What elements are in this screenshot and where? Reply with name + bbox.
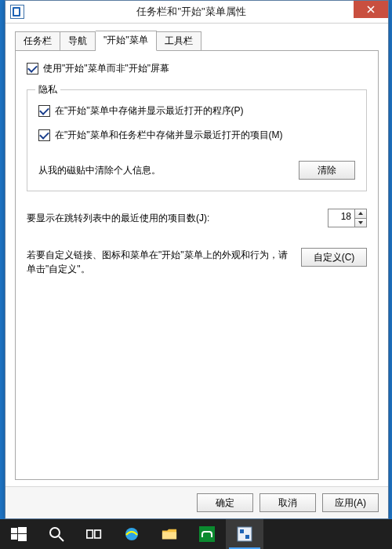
client-area: 任务栏 导航 "开始"菜单 工具栏 使用"开始"菜单而非"开始"屏幕 隐私 在"…: [5, 24, 388, 486]
customize-button[interactable]: 自定义(C): [301, 248, 367, 267]
cancel-button[interactable]: 取消: [260, 493, 316, 512]
search-icon: [49, 526, 64, 542]
svg-rect-10: [238, 527, 252, 541]
svg-rect-0: [11, 528, 17, 533]
spinner-down[interactable]: [355, 218, 366, 227]
chevron-up-icon: [358, 212, 363, 215]
svg-rect-1: [18, 527, 27, 533]
jumplist-value[interactable]: 18: [328, 209, 354, 227]
start-button[interactable]: [0, 519, 38, 549]
privacy-legend: 隐私: [35, 83, 60, 96]
use-start-menu-row: 使用"开始"菜单而非"开始"屏幕: [27, 62, 367, 75]
clear-button[interactable]: 清除: [299, 161, 355, 180]
chevron-down-icon: [358, 221, 363, 224]
spinner-arrows: [354, 209, 366, 227]
task-view-icon: [86, 526, 102, 542]
svg-line-5: [59, 536, 64, 541]
customize-desc: 若要自定义链接、图标和菜单在"开始"菜单上的外观和行为，请单击"自定义"。: [27, 248, 292, 276]
store-items-label: 在"开始"菜单和任务栏中存储并显示最近打开的项目(M): [55, 129, 283, 142]
svg-rect-3: [18, 534, 27, 541]
folder-icon: [162, 526, 177, 542]
search-button[interactable]: [38, 519, 75, 549]
window-title: 任务栏和"开始"菜单属性: [29, 5, 354, 19]
use-start-menu-checkbox[interactable]: [27, 63, 38, 75]
svg-rect-9: [162, 532, 176, 539]
task-view-button[interactable]: [75, 519, 113, 549]
use-start-menu-label: 使用"开始"菜单而非"开始"屏幕: [43, 62, 169, 75]
ok-button[interactable]: 确定: [197, 493, 253, 512]
jumplist-row: 要显示在跳转列表中的最近使用的项目数(J): 18: [27, 209, 367, 227]
jumplist-label: 要显示在跳转列表中的最近使用的项目数(J):: [27, 212, 209, 225]
spinner-up[interactable]: [355, 209, 366, 218]
tab-toolbars[interactable]: 工具栏: [157, 31, 201, 51]
jumplist-spinner[interactable]: 18: [328, 209, 367, 227]
system-icon: [10, 5, 24, 19]
taskbar-properties-icon: [237, 526, 252, 542]
windows-logo-icon: [11, 526, 27, 542]
svg-rect-7: [95, 530, 100, 538]
store-programs-row: 在"开始"菜单中存储并显示最近打开的程序(P): [38, 104, 355, 118]
store-button[interactable]: [188, 519, 226, 549]
system-taskbar: [0, 519, 392, 549]
dialog-buttons: 确定 取消 应用(A): [5, 486, 388, 518]
store-items-row: 在"开始"菜单和任务栏中存储并显示最近打开的项目(M): [38, 129, 355, 142]
tab-start-menu[interactable]: "开始"菜单: [96, 31, 157, 51]
svg-rect-6: [87, 530, 93, 538]
customize-row: 若要自定义链接、图标和菜单在"开始"菜单上的外观和行为，请单击"自定义"。 自定…: [27, 248, 367, 276]
clear-row: 从我的磁贴中清除个人信息。 清除: [38, 161, 355, 180]
clear-desc: 从我的磁贴中清除个人信息。: [38, 164, 161, 177]
tabstrip: 任务栏 导航 "开始"菜单 工具栏: [15, 31, 379, 50]
tabpage-start-menu: 使用"开始"菜单而非"开始"屏幕 隐私 在"开始"菜单中存储并显示最近打开的程序…: [15, 50, 379, 480]
taskbar-properties-dialog: 任务栏和"开始"菜单属性 任务栏 导航 "开始"菜单 工具栏 使用"开始"菜单而…: [5, 0, 389, 519]
apply-button[interactable]: 应用(A): [322, 493, 379, 512]
privacy-group: 隐私 在"开始"菜单中存储并显示最近打开的程序(P) 在"开始"菜单和任务栏中存…: [27, 89, 367, 191]
taskbar-properties-button[interactable]: [226, 519, 263, 549]
svg-rect-2: [11, 534, 17, 540]
close-icon: [367, 5, 375, 13]
svg-rect-12: [245, 535, 249, 539]
store-icon: [199, 526, 215, 542]
internet-explorer-icon: [124, 526, 140, 542]
svg-rect-11: [240, 529, 244, 533]
titlebar: 任务栏和"开始"菜单属性: [5, 1, 388, 24]
store-items-checkbox[interactable]: [38, 129, 50, 141]
ie-button[interactable]: [113, 519, 151, 549]
close-button[interactable]: [354, 1, 388, 18]
tab-taskbar[interactable]: 任务栏: [15, 31, 60, 51]
explorer-button[interactable]: [151, 519, 188, 549]
tab-navigation[interactable]: 导航: [60, 31, 96, 51]
store-programs-checkbox[interactable]: [38, 105, 50, 117]
store-programs-label: 在"开始"菜单中存储并显示最近打开的程序(P): [55, 104, 244, 118]
svg-point-4: [50, 528, 60, 537]
